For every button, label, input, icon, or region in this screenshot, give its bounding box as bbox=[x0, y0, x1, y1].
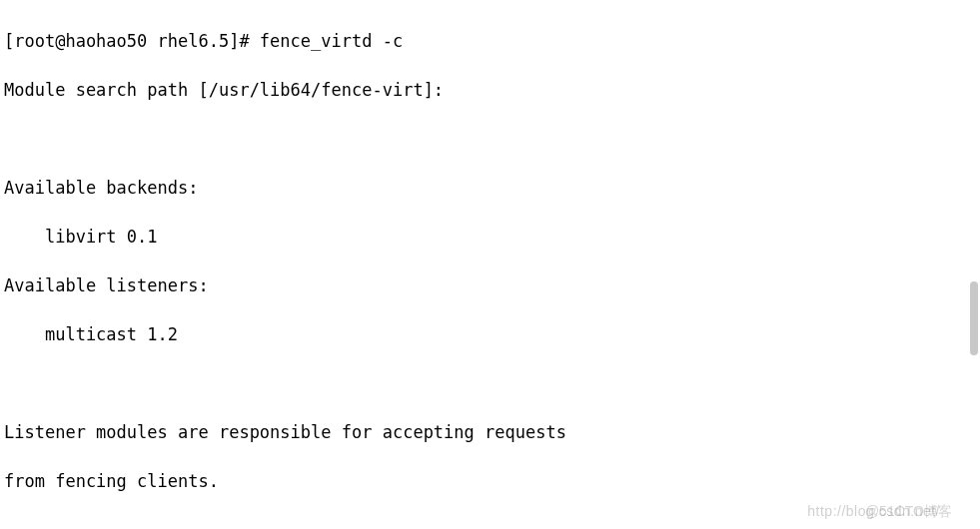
terminal-line bbox=[4, 127, 976, 152]
terminal-line: Available listeners: bbox=[4, 273, 976, 298]
scrollbar-thumb[interactable] bbox=[970, 281, 978, 355]
terminal-line: Available backends: bbox=[4, 176, 976, 201]
terminal-line: from fencing clients. bbox=[4, 469, 976, 494]
terminal-line: Listener modules are responsible for acc… bbox=[4, 420, 976, 445]
terminal-line: multicast 1.2 bbox=[4, 322, 976, 347]
terminal-line: Module search path [/usr/lib64/fence-vir… bbox=[4, 78, 976, 103]
terminal-line bbox=[4, 371, 976, 396]
terminal-line: [root@haohao50 rhel6.5]# fence_virtd -c bbox=[4, 29, 976, 54]
terminal-output[interactable]: [root@haohao50 rhel6.5]# fence_virtd -c … bbox=[0, 0, 980, 529]
terminal-line: libvirt 0.1 bbox=[4, 225, 976, 250]
watermark-text-overlay: @51CTO博客 bbox=[865, 499, 952, 524]
scrollbar-track[interactable] bbox=[969, 0, 979, 529]
